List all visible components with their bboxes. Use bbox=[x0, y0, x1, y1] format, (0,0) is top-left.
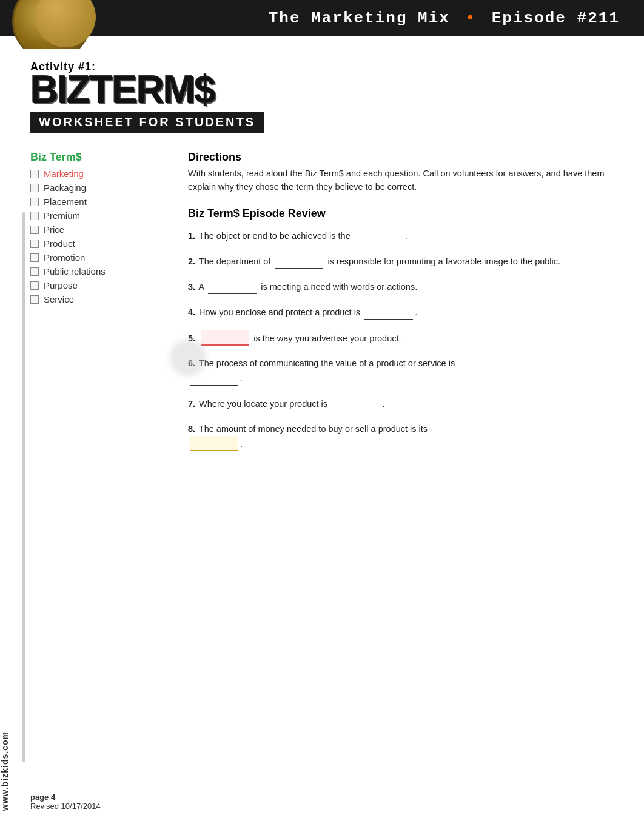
directions-heading: Directions bbox=[188, 151, 614, 164]
header-dot: • bbox=[466, 9, 477, 27]
page-header: The Marketing Mix • Episode #211 bbox=[0, 0, 644, 36]
question-3: 3. A is meeting a need with words or act… bbox=[188, 280, 614, 294]
list-item: Public relations bbox=[30, 266, 164, 277]
header-episode-num: #211 bbox=[577, 9, 620, 27]
term-list: Marketing Packaging Placement Premium Pr… bbox=[30, 169, 164, 304]
answer-blank-yellow[interactable] bbox=[190, 436, 238, 451]
review-heading: Biz Term$ Episode Review bbox=[188, 207, 614, 220]
list-item: Premium bbox=[30, 210, 164, 221]
biz-terms-column: Biz Term$ Marketing Packaging Placement bbox=[30, 151, 164, 462]
header-title-text: The Marketing Mix bbox=[269, 9, 450, 27]
term-label: Marketing bbox=[44, 169, 84, 179]
term-checkbox[interactable] bbox=[30, 198, 39, 206]
question-number: 1. bbox=[188, 231, 195, 241]
list-item: Placement bbox=[30, 196, 164, 207]
answer-blank[interactable] bbox=[364, 305, 413, 320]
answer-blank[interactable] bbox=[275, 254, 323, 269]
term-label: Public relations bbox=[44, 266, 106, 277]
term-label: Premium bbox=[44, 210, 80, 221]
question-number: 2. bbox=[188, 257, 195, 266]
header-episode-label: Episode bbox=[492, 9, 566, 27]
question-number: 7. bbox=[188, 399, 195, 409]
footer-pageinfo: page 4 Revised 10/17/2014 bbox=[30, 793, 101, 811]
footer-website: www.bizkids.com bbox=[0, 731, 23, 811]
term-checkbox[interactable] bbox=[30, 295, 39, 304]
term-checkbox[interactable] bbox=[30, 226, 39, 234]
term-label: Promotion bbox=[44, 252, 85, 263]
question-5: 5. is the way you advertise your product… bbox=[188, 330, 614, 346]
answer-blank[interactable] bbox=[332, 397, 380, 411]
two-column-layout: Biz Term$ Marketing Packaging Placement bbox=[30, 151, 614, 462]
term-checkbox[interactable] bbox=[30, 240, 39, 248]
term-label: Purpose bbox=[44, 280, 78, 290]
side-bar-decoration bbox=[22, 212, 25, 762]
list-item: Promotion bbox=[30, 252, 164, 263]
list-item: Price bbox=[30, 224, 164, 235]
answer-blank[interactable] bbox=[355, 229, 403, 243]
footer: www.bizkids.com bbox=[0, 689, 23, 811]
footer-revised: Revised 10/17/2014 bbox=[30, 802, 101, 811]
header-title: The Marketing Mix • Episode #211 bbox=[269, 9, 620, 27]
directions-text: With students, read aloud the Biz Term$ … bbox=[188, 167, 614, 194]
list-item: Service bbox=[30, 294, 164, 304]
list-item: Purpose bbox=[30, 280, 164, 290]
list-item: Product bbox=[30, 238, 164, 249]
footer-page: page 4 bbox=[30, 793, 101, 802]
decorative-blob bbox=[170, 340, 206, 376]
worksheet-bar: WORKSHEET FOR STUDENTS bbox=[30, 112, 264, 133]
biz-terms-heading: Biz Term$ bbox=[30, 151, 164, 164]
term-checkbox[interactable] bbox=[30, 212, 39, 220]
question-8: 8. The amount of money needed to buy or … bbox=[188, 422, 614, 451]
question-number: 8. bbox=[188, 424, 195, 434]
list-item: Packaging bbox=[30, 183, 164, 193]
term-label: Price bbox=[44, 224, 64, 235]
term-checkbox[interactable] bbox=[30, 267, 39, 276]
question-7: 7. Where you locate your product is . bbox=[188, 397, 614, 411]
term-label: Placement bbox=[44, 196, 87, 207]
question-4: 4. How you enclose and protect a product… bbox=[188, 305, 614, 320]
list-item: Marketing bbox=[30, 169, 164, 179]
question-1: 1. The object or end to be achieved is t… bbox=[188, 229, 614, 243]
term-label: Product bbox=[44, 238, 75, 249]
answer-blank[interactable] bbox=[208, 280, 257, 294]
activity-header: Activity #1: BIZTERM$ WORKSHEET FOR STUD… bbox=[30, 61, 614, 133]
term-checkbox[interactable] bbox=[30, 281, 39, 290]
term-label: Service bbox=[44, 294, 74, 304]
biz-terms-heading-text: Biz Term$ bbox=[30, 151, 82, 163]
right-column: Directions With students, read aloud the… bbox=[188, 151, 614, 462]
question-2: 2. The department of is responsible for … bbox=[188, 254, 614, 269]
answer-blank-highlight[interactable] bbox=[201, 330, 249, 346]
bizterms-title: BIZTERM$ bbox=[30, 70, 614, 109]
question-6: 6. The process of communicating the valu… bbox=[188, 357, 614, 385]
term-label: Packaging bbox=[44, 183, 86, 193]
logo-circle bbox=[12, 0, 91, 49]
question-number: 4. bbox=[188, 307, 195, 317]
term-checkbox[interactable] bbox=[30, 170, 39, 178]
logo-inner bbox=[35, 0, 96, 47]
logo-area bbox=[0, 0, 121, 49]
term-checkbox[interactable] bbox=[30, 253, 39, 262]
question-number: 3. bbox=[188, 282, 195, 292]
term-checkbox[interactable] bbox=[30, 184, 39, 192]
bizterms-text: BIZTERM$ bbox=[30, 68, 215, 112]
main-content: Activity #1: BIZTERM$ WORKSHEET FOR STUD… bbox=[0, 36, 644, 480]
